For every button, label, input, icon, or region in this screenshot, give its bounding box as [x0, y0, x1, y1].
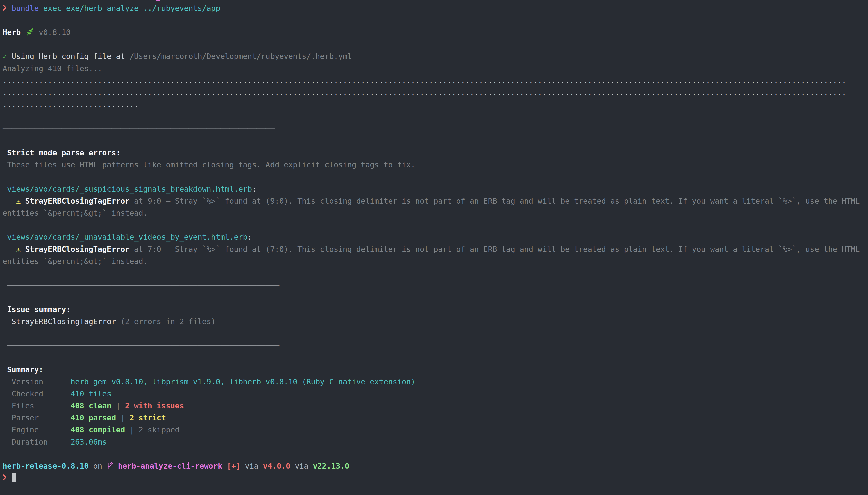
command-subcommand: exec	[39, 4, 66, 13]
blank-line	[2, 219, 868, 231]
prompt-chevron-icon	[2, 472, 7, 484]
summary-value-segment: 410 parsed	[70, 413, 116, 422]
prompt-line[interactable]	[2, 472, 868, 484]
command-target: /rubyevents/app	[152, 4, 220, 13]
file-path-colon: :	[247, 233, 252, 241]
blank-line	[2, 291, 868, 304]
summary-row: Duration 263.06ms	[2, 436, 868, 448]
app-name: Herb	[2, 28, 21, 37]
strict-errors-heading: Strict mode parse errors:	[2, 147, 868, 159]
terminal-screen[interactable]: bundle exec exe/herb analyze ../rubyeven…	[0, 0, 868, 495]
blank-line	[2, 14, 868, 27]
issue-summary-heading: Issue summary:	[2, 304, 868, 315]
section-divider: ────────────────────────────────────────…	[2, 123, 868, 135]
config-line: ✓ Using Herb config file at /Users/marco…	[2, 50, 868, 63]
error-name: StrayERBClosingTagError	[25, 197, 129, 205]
app-header: Herb v0.8.10	[2, 27, 868, 38]
summary-label: Parser	[2, 413, 70, 422]
summary-value-segment: |	[116, 413, 130, 422]
summary-value-segment: 263.06ms	[70, 438, 107, 446]
progress-dots-row: ........................................…	[2, 74, 868, 87]
summary-label: Files	[2, 402, 70, 410]
blank-line	[2, 352, 868, 364]
section-divider: ────────────────────────────────────────…	[2, 279, 868, 291]
error-detail-wrap-line: entities `&percnt;&gt;` instead.	[2, 207, 868, 219]
summary-value-segment: |	[125, 425, 139, 434]
summary-row: Engine 408 compiled | 2 skipped	[2, 424, 868, 436]
section-divider: ────────────────────────────────────────…	[2, 340, 868, 352]
herb-sprig-icon	[25, 28, 34, 37]
git-branch-icon	[107, 462, 113, 471]
command-target-prefix: ..	[143, 4, 152, 13]
file-path: views/avo/cards/_unavailable_videos_by_e…	[2, 233, 247, 241]
issue-summary-row: StrayERBClosingTagError (2 errors in 2 f…	[2, 315, 868, 328]
issue-count: (2 errors in 2 files)	[116, 317, 216, 326]
error-name: StrayERBClosingTagError	[25, 245, 129, 254]
error-blocks: views/avo/cards/_suspicious_signals_brea…	[2, 183, 868, 279]
summary-row: Parser 410 parsed | 2 strict	[2, 412, 868, 424]
via-word: via	[240, 462, 263, 471]
summary-value-segment: 408 compiled	[70, 425, 125, 434]
error-file-path: views/avo/cards/_suspicious_signals_brea…	[2, 183, 868, 195]
prompt-chevron-icon	[2, 2, 7, 14]
via-word: via	[290, 462, 313, 471]
blank-line	[2, 135, 868, 147]
summary-value-segment: 408 clean	[70, 402, 112, 410]
summary-heading: Summary:	[2, 364, 868, 376]
error-file-path: views/avo/cards/_unavailable_videos_by_e…	[2, 231, 868, 243]
issue-name: StrayERBClosingTagError	[2, 317, 116, 326]
summary-value-segment: herb gem v0.8.10, libprism v1.9.0, libhe…	[70, 377, 415, 386]
blank-line	[2, 38, 868, 50]
on-word: on	[89, 462, 107, 471]
error-detail-wrap-line: entities `&percnt;&gt;` instead.	[2, 255, 868, 267]
git-branch-name: herb-analyze-cli-rework	[113, 462, 222, 471]
error-detail-continued: entities `&percnt;&gt;` instead.	[2, 209, 148, 217]
summary-table: Version herb gem v0.8.10, libprism v1.9.…	[2, 376, 868, 448]
error-detail: at 9:0 — Stray `%>` found at (9:0). This…	[130, 197, 860, 205]
error-detail-line: ⚠StrayERBClosingTagError at 7:0 — Stray …	[2, 243, 868, 255]
blank-line	[2, 267, 868, 279]
git-dirty-flag: [+]	[222, 462, 240, 471]
blank-line	[2, 328, 868, 340]
error-detail-line: ⚠StrayERBClosingTagError at 9:0 — Stray …	[2, 195, 868, 207]
node-version-badge: v22.13.0	[313, 462, 349, 471]
file-path-colon: :	[252, 185, 256, 193]
blank-line	[2, 171, 868, 183]
progress-dots-row: ..............................	[2, 99, 868, 111]
command-line: bundle exec exe/herb analyze ../rubyeven…	[2, 2, 868, 14]
check-icon: ✓	[2, 52, 7, 61]
command-action: analyze	[102, 4, 143, 13]
cursor-block[interactable]	[12, 473, 16, 482]
summary-label: Duration	[2, 438, 70, 446]
summary-value-segment: 2 strict	[130, 413, 166, 422]
blank-line	[2, 111, 868, 123]
summary-value-segment: 410 files	[70, 389, 112, 398]
status-line: herb-release-0.8.10 on herb-analyze-cli-…	[2, 460, 868, 472]
config-path: /Users/marcoroth/Development/rubyevents/…	[130, 52, 352, 61]
summary-value-segment: |	[112, 402, 125, 410]
summary-row: Checked 410 files	[2, 388, 868, 400]
error-detail: at 7:0 — Stray `%>` found at (7:0). This…	[130, 245, 860, 254]
summary-row: Version herb gem v0.8.10, libprism v1.9.…	[2, 376, 868, 388]
summary-label: Version	[2, 377, 70, 386]
summary-label: Checked	[2, 389, 70, 398]
current-directory: herb-release-0.8.10	[2, 462, 89, 471]
blank-line	[2, 448, 868, 460]
warning-icon: ⚠	[16, 195, 25, 207]
summary-row: Files 408 clean | 2 with issues	[2, 400, 868, 412]
warning-icon: ⚠	[16, 243, 25, 255]
previous-line-fragment	[156, 0, 161, 1]
strict-errors-description: These files use HTML patterns like omitt…	[2, 159, 868, 171]
summary-value-segment: 2 with issues	[125, 402, 184, 410]
command-program: bundle	[12, 4, 39, 13]
analyzing-status: Analyzing 410 files...	[2, 63, 868, 74]
summary-value-segment: 2 skipped	[139, 425, 180, 434]
command-executable: exe/herb	[66, 4, 102, 13]
summary-label: Engine	[2, 425, 70, 434]
error-detail-continued: entities `&percnt;&gt;` instead.	[2, 257, 148, 266]
ruby-version-badge: v4.0.0	[263, 462, 290, 471]
progress-dots-row: ........................................…	[2, 87, 868, 99]
app-version: v0.8.10	[39, 28, 70, 37]
config-text: Using Herb config file at	[7, 52, 130, 61]
file-path: views/avo/cards/_suspicious_signals_brea…	[2, 185, 252, 193]
